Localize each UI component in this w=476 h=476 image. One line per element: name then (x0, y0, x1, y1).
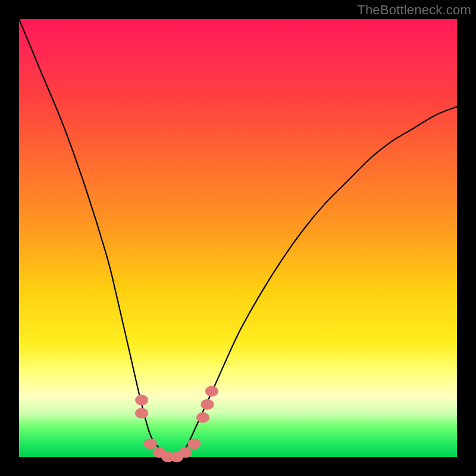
bottleneck-curve (19, 19, 457, 458)
marker-right-cluster-low (196, 412, 209, 423)
curve-layer (19, 19, 457, 457)
marker-bottom-right-1 (179, 447, 192, 458)
plot-area (19, 19, 457, 457)
marker-layer (135, 386, 218, 462)
marker-left-cluster-top (135, 394, 148, 405)
marker-bottom-right-2 (187, 439, 201, 449)
chart-frame: TheBottleneck.com (0, 0, 476, 476)
marker-left-cluster-mid (135, 408, 148, 418)
marker-bottom-left-1 (144, 439, 157, 449)
marker-right-cluster-top (205, 386, 218, 397)
watermark-text: TheBottleneck.com (357, 2, 471, 18)
marker-right-cluster-mid (201, 399, 214, 410)
